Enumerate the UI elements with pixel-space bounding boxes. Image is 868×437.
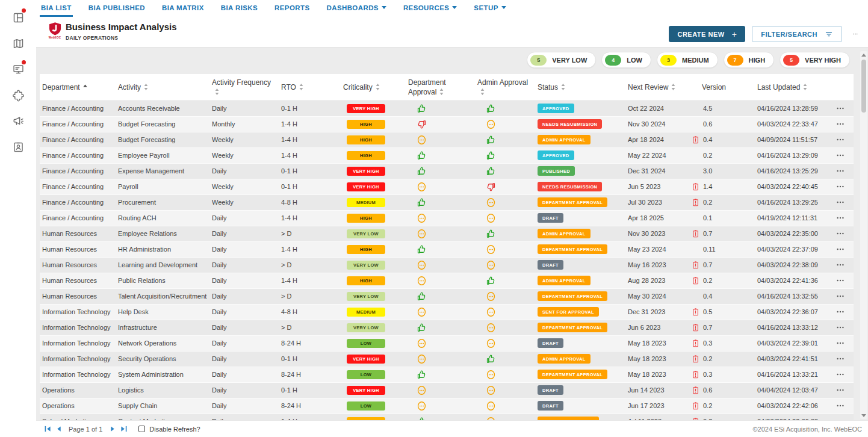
sidebar-item-boards[interactable] [0,5,36,31]
row-menu-button[interactable] [835,135,845,144]
department-approval-pending-icon [417,229,427,239]
cell-activity: Accounts Receivable [116,101,209,116]
cell-activity: System Administration [116,367,209,382]
row-menu-button[interactable] [835,260,845,270]
tab-resources[interactable]: RESOURCES [402,0,458,17]
row-menu-button[interactable] [835,197,845,207]
column-header-activity[interactable]: Activity [116,74,209,101]
legend-count-badge: 5 [530,55,547,66]
legend-very-low[interactable]: 5 VERY LOW [527,52,596,68]
cell-row-menu [833,179,854,194]
row-menu-button[interactable] [835,307,845,317]
column-header-criticality[interactable]: Criticality [341,74,406,101]
cell-last-updated: 04/03/2024 22:36:07 [755,304,833,320]
tab-reports[interactable]: REPORTS [273,0,311,17]
row-menu-button[interactable] [835,401,845,411]
column-header-rto[interactable]: RTO [279,74,341,101]
review-overdue-warning-icon [691,339,700,348]
sidebar-item-announcements[interactable] [0,108,36,134]
row-menu-button[interactable] [835,119,845,129]
disable-refresh-checkbox[interactable] [138,426,145,432]
messages-icon [12,63,25,76]
tab-bia-matrix[interactable]: BIA MATRIX [161,0,205,17]
sidebar-item-contacts[interactable] [0,134,36,160]
cell-status: DRAFT [535,257,625,273]
cell-criticality: HIGH [341,147,406,163]
previous-page-button[interactable] [53,424,64,435]
content-area: 5 VERY LOW 4 LOW 3 MEDIUM 7 HIGH 5 VERY … [36,48,868,420]
legend-high[interactable]: 7 HIGH [724,52,775,68]
cell-activity: Employee Payroll [116,147,209,163]
cell-row-menu [833,351,854,367]
column-header-admin-approval[interactable]: Admin Approval [475,74,535,101]
table-row: Human Resources HR Administration Daily … [40,241,854,257]
legend-very-high[interactable]: 5 VERY HIGH [780,52,850,68]
review-overdue-warning-icon [691,401,700,411]
row-menu-button[interactable] [835,104,845,113]
sidebar-item-messages[interactable] [0,57,36,82]
row-menu-button[interactable] [835,166,845,176]
row-menu-button[interactable] [835,323,845,332]
table-row: Finance / Accounting Accounts Receivable… [40,101,854,116]
legend-label: VERY LOW [552,57,587,64]
more-options-button[interactable] [849,28,862,41]
legend-medium[interactable]: 3 MEDIUM [657,52,718,68]
first-page-button[interactable] [42,424,53,435]
cell-next-review: Jul 30 2023 [625,194,689,210]
column-header-activity-frequency[interactable]: Activity Frequency [209,74,279,101]
row-menu-button[interactable] [835,244,845,254]
cell-row-menu [833,257,854,273]
row-menu-button[interactable] [835,229,845,238]
cell-admin-approval [475,257,535,273]
cell-version: 0.3 [689,335,755,351]
status-badge: DEPARTMENT APPROVAL [538,323,607,332]
row-menu-button[interactable] [835,291,845,301]
last-page-button[interactable] [118,424,129,435]
tab-dashboards[interactable]: DASHBOARDS [325,0,387,17]
column-header-last-updated[interactable]: Last Updated [755,74,833,101]
sidebar-item-map[interactable] [0,31,36,57]
next-page-button[interactable] [107,424,118,435]
department-approval-thumbs-up-icon [417,197,427,208]
criticality-badge: HIGH [347,245,385,254]
row-menu-button[interactable] [835,354,845,364]
cell-department-approval [406,288,475,304]
scrollbar-thumb[interactable] [861,60,866,113]
column-header-department-approval[interactable]: Department Approval [406,74,475,101]
criticality-badge: HIGH [347,214,385,223]
cell-status: NEEDS RESUBMISSION [535,116,625,132]
column-header-status[interactable]: Status [535,74,625,101]
cell-rto: 1-4 H [279,273,341,288]
table-header-row: Department Activity Activity Frequency R… [40,74,854,101]
status-badge: SENT FOR APPROVAL [538,307,599,317]
cell-department-approval [406,101,475,116]
column-header-department[interactable]: Department [40,74,116,101]
filter-search-button[interactable]: FILTER/SEARCH [752,26,842,42]
cell-department: Finance / Accounting [40,132,116,147]
column-header-next-review[interactable]: Next Review [625,74,689,101]
tab-setup[interactable]: SETUP [473,0,507,17]
sort-icon [214,88,220,96]
cell-activity: HR Administration [116,241,209,257]
disable-refresh-control[interactable]: Disable Refresh? [138,426,200,433]
tab-bia-published[interactable]: BIA PUBLISHED [87,0,146,17]
review-overdue-warning-icon [691,323,700,332]
criticality-badge: VERY HIGH [347,182,385,191]
tab-bia-list[interactable]: BIA LIST [40,0,73,17]
scroll-down-arrow[interactable] [860,412,867,419]
row-menu-button[interactable] [835,385,845,395]
legend-low[interactable]: 4 LOW [601,52,651,68]
scroll-up-arrow[interactable] [860,51,867,58]
tab-bia-risks[interactable]: BIA RISKS [220,0,259,17]
row-menu-button[interactable] [835,182,845,191]
create-new-button[interactable]: CREATE NEW + [669,26,745,42]
admin-approval-pending-icon [486,119,496,129]
row-menu-button[interactable] [835,213,845,223]
row-menu-button[interactable] [835,370,845,379]
sidebar-item-plugin[interactable] [0,82,36,108]
row-menu-button[interactable] [835,338,845,348]
review-overdue-warning-icon [691,386,700,395]
row-menu-button[interactable] [835,150,845,160]
cell-activity: Talent Acquisition/Recruitment [116,288,209,304]
row-menu-button[interactable] [835,276,845,285]
